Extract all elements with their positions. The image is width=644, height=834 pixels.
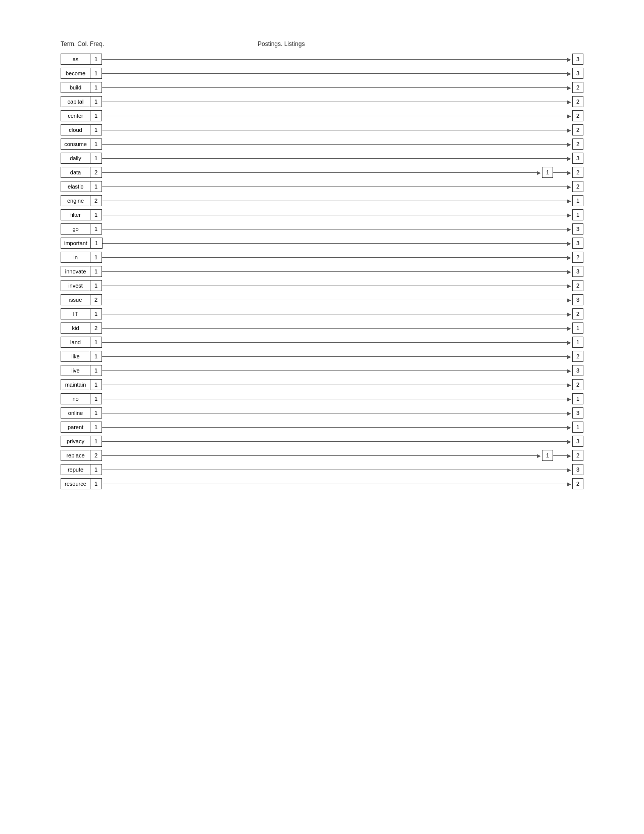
term-box: kid2: [61, 322, 102, 334]
arrow-icon: ▶: [567, 85, 571, 90]
horizontal-line: [102, 356, 567, 357]
term-freq: 1: [90, 183, 102, 190]
term-box: go1: [61, 223, 102, 235]
term-freq: 1: [90, 84, 102, 90]
term-label: capital: [61, 97, 90, 107]
term-freq: 2: [90, 198, 102, 204]
term-box: replace2: [61, 450, 102, 461]
table-row: innovate1▶3: [61, 266, 583, 277]
line-container: ▶2: [102, 478, 583, 489]
term-label: build: [61, 82, 90, 92]
term-freq: 1: [90, 481, 102, 487]
line-container: ▶2: [102, 96, 583, 107]
term-box: capital1: [61, 96, 102, 107]
posting-box: 2: [572, 351, 583, 362]
table-row: repute1▶3: [61, 464, 583, 475]
arrow-icon: ▶: [567, 113, 571, 119]
arrow-icon: ▶: [567, 354, 571, 359]
table-row: no1▶1: [61, 393, 583, 404]
table-header: Term. Col. Freq. Postings. Listings: [61, 40, 583, 48]
horizontal-line: [102, 201, 567, 201]
main-container: Term. Col. Freq. Postings. Listings as1▶…: [0, 0, 644, 533]
posting-box: 2: [572, 82, 583, 93]
arrow-icon: ▶: [567, 311, 571, 317]
line-container: ▶2: [102, 351, 583, 362]
table-row: live1▶3: [61, 365, 583, 376]
term-box: issue2: [61, 294, 102, 305]
term-box: become1: [61, 68, 102, 79]
term-freq: 1: [90, 226, 102, 232]
table-row: engine2▶1: [61, 195, 583, 206]
term-box: elastic1: [61, 181, 102, 192]
arrow-icon: ▶: [567, 326, 571, 331]
horizontal-line: [102, 172, 537, 173]
horizontal-line: [102, 59, 567, 60]
line-container: ▶1▶2: [102, 167, 583, 178]
term-label: elastic: [61, 181, 90, 192]
table-row: capital1▶2: [61, 96, 583, 107]
term-label: become: [61, 68, 90, 78]
line-container: ▶3: [102, 223, 583, 235]
horizontal-line: [102, 300, 567, 300]
table-row: maintain1▶2: [61, 379, 583, 390]
term-label: privacy: [61, 436, 90, 446]
posting-box: 2: [572, 478, 583, 489]
term-label: consume: [61, 139, 90, 149]
term-label: live: [61, 365, 90, 376]
arrow-icon: ▶: [567, 226, 571, 232]
term-label: no: [61, 394, 90, 404]
arrow-icon: ▶: [567, 425, 571, 430]
posting-box: 3: [572, 464, 583, 475]
term-label: kid: [61, 323, 90, 333]
term-freq: 1: [90, 268, 102, 274]
arrow-icon: ▶: [567, 269, 571, 274]
horizontal-line: [102, 257, 567, 258]
chain-container: ▶2: [553, 450, 583, 461]
arrow-icon: ▶: [567, 340, 571, 345]
term-freq: 1: [90, 467, 102, 473]
posting-box: 3: [572, 365, 583, 376]
arrow-icon: ▶: [567, 439, 571, 444]
table-row: become1▶3: [61, 68, 583, 79]
line-container: ▶2: [102, 110, 583, 121]
horizontal-line: [102, 314, 567, 314]
term-freq: 1: [90, 339, 102, 345]
line-container: ▶3: [102, 153, 583, 164]
term-freq: 1: [90, 438, 102, 444]
horizontal-line: [102, 144, 567, 145]
horizontal-line: [102, 158, 567, 159]
term-box: no1: [61, 393, 102, 404]
term-freq: 1: [90, 410, 102, 416]
table-row: land1▶1: [61, 337, 583, 348]
table-row: replace2▶1▶2: [61, 450, 583, 461]
horizontal-line: [102, 455, 537, 456]
line-container: ▶2: [102, 308, 583, 319]
table-row: go1▶3: [61, 223, 583, 235]
term-freq: 1: [90, 155, 102, 161]
arrow-icon: ▶: [567, 410, 571, 416]
posting-box: 1: [542, 167, 553, 178]
table-row: cloud1▶2: [61, 124, 583, 135]
line-container: ▶2: [102, 280, 583, 291]
table-row: consume1▶2: [61, 138, 583, 150]
term-label: land: [61, 337, 90, 347]
line-container: ▶3: [102, 407, 583, 419]
line-container: ▶2: [102, 124, 583, 135]
arrow-icon: ▶: [567, 212, 571, 218]
arrow-icon: ▶: [537, 170, 541, 175]
line-container: ▶1: [102, 322, 583, 334]
horizontal-line: [102, 413, 567, 413]
line-container: ▶1: [102, 337, 583, 348]
term-label: engine: [61, 196, 90, 206]
posting-box: 1: [572, 393, 583, 404]
posting-box: 3: [572, 223, 583, 235]
chain-posting-box: 2: [572, 450, 583, 461]
chain-arrow-icon: ▶: [567, 453, 571, 458]
posting-box: 2: [572, 110, 583, 121]
term-freq: 1: [90, 396, 102, 402]
horizontal-line: [102, 87, 567, 88]
term-freq: 2: [90, 452, 102, 458]
horizontal-line: [102, 342, 567, 343]
term-label: parent: [61, 422, 90, 432]
line-container: ▶3: [102, 266, 583, 277]
